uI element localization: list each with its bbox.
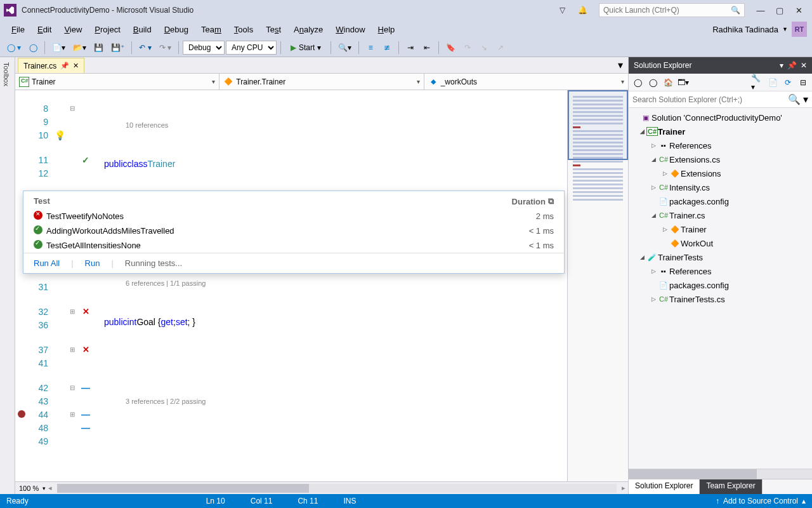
tree-project-tests[interactable]: ◢🧪TrainerTests bbox=[629, 250, 812, 264]
maximize-button[interactable]: ▢ bbox=[770, 3, 789, 18]
fold-icon[interactable]: ⊞ bbox=[66, 308, 79, 315]
chevron-up-icon[interactable]: ▴ bbox=[802, 497, 806, 505]
fold-icon[interactable]: ⊟ bbox=[66, 105, 79, 112]
tree-solution-root[interactable]: ▣Solution 'ConnectProductivityDemo' bbox=[629, 110, 812, 124]
save-button[interactable]: 💾 bbox=[91, 40, 107, 55]
menu-project[interactable]: Project bbox=[88, 22, 126, 37]
bookmark-button[interactable]: 🔖 bbox=[443, 40, 459, 55]
tree-trainer-cs[interactable]: ◢C#Trainer.cs bbox=[629, 208, 812, 222]
breakpoint-icon[interactable] bbox=[18, 410, 25, 418]
search-icon[interactable]: 🔍 bbox=[731, 6, 740, 15]
menu-tools[interactable]: Tools bbox=[228, 22, 259, 37]
tree-packages-config[interactable]: 📄packages.config bbox=[629, 278, 812, 292]
tree-extensions-cs[interactable]: ◢C#Extensions.cs bbox=[629, 152, 812, 166]
codelens[interactable]: 3 references | 2/2 passing bbox=[104, 396, 567, 407]
undo-button[interactable]: ↶ ▾ bbox=[136, 40, 154, 55]
save-all-button[interactable]: 💾⁺ bbox=[108, 40, 128, 55]
outdent-button[interactable]: ⇤ bbox=[419, 40, 435, 55]
refresh-icon[interactable]: ⟳ bbox=[782, 76, 794, 89]
menu-analyze[interactable]: Analyze bbox=[287, 22, 329, 37]
sync-icon[interactable]: 🗔▾ bbox=[677, 76, 690, 89]
menu-team[interactable]: Team bbox=[195, 22, 228, 37]
panel-pin-icon[interactable]: 📌 bbox=[787, 61, 797, 70]
test-row[interactable]: TestGetAllIntensitiesNone< 1 ms bbox=[23, 238, 564, 253]
menu-window[interactable]: Window bbox=[329, 22, 371, 37]
menu-build[interactable]: Build bbox=[127, 22, 158, 37]
tree-references[interactable]: ▷▪▪References bbox=[629, 138, 812, 152]
search-icon[interactable]: 🔍 ▾ bbox=[788, 93, 808, 105]
run-link[interactable]: Run bbox=[85, 258, 100, 268]
step-out-button[interactable]: ↗ bbox=[493, 40, 508, 55]
indent-button[interactable]: ⇥ bbox=[403, 40, 418, 55]
panel-scrollbar[interactable] bbox=[629, 469, 812, 479]
config-select[interactable]: Debug bbox=[183, 41, 225, 55]
menu-help[interactable]: Help bbox=[372, 22, 402, 37]
nav-project-combo[interactable]: C# Trainer▾ bbox=[15, 74, 219, 90]
nav-back-button[interactable]: ◯ ▾ bbox=[4, 40, 24, 55]
new-project-button[interactable]: 📄▾ bbox=[49, 40, 69, 55]
panel-close-icon[interactable]: ✕ bbox=[801, 61, 807, 70]
minimize-button[interactable]: — bbox=[751, 3, 770, 18]
tree-packages-config[interactable]: 📄packages.config bbox=[629, 194, 812, 208]
close-tab-icon[interactable]: ✕ bbox=[73, 62, 79, 70]
find-button[interactable]: 🔍▾ bbox=[335, 40, 355, 55]
filter-icon[interactable]: ▽ bbox=[554, 3, 570, 18]
nav-member-combo[interactable]: ◆ _workOuts▾ bbox=[424, 74, 628, 90]
uncomment-button[interactable]: ≢ bbox=[379, 40, 395, 55]
tree-workout-class[interactable]: 🔶WorkOut bbox=[629, 236, 812, 250]
test-row[interactable]: TestTweetifyNoNotes2 ms bbox=[23, 209, 564, 224]
nav-fwd-button[interactable]: ◯ bbox=[25, 40, 41, 55]
codelens[interactable]: 10 references bbox=[104, 119, 567, 131]
tree-trainertests-cs[interactable]: ▷C#TrainerTests.cs bbox=[629, 292, 812, 306]
code-text[interactable]: 10 references public class Trainer { pri… bbox=[104, 90, 567, 481]
nav-class-combo[interactable]: 🔶 Trainer.Trainer▾ bbox=[219, 74, 424, 90]
tab-solution-explorer[interactable]: Solution Explorer bbox=[629, 479, 700, 494]
popout-icon[interactable]: ⧉ bbox=[548, 196, 554, 206]
close-button[interactable]: ✕ bbox=[789, 3, 808, 18]
solution-tree[interactable]: ▣Solution 'ConnectProductivityDemo' ◢C#T… bbox=[629, 108, 812, 469]
panel-menu-icon[interactable]: ▾ bbox=[780, 61, 783, 70]
tree-intensity-cs[interactable]: ▷C#Intensity.cs bbox=[629, 180, 812, 194]
run-all-link[interactable]: Run All bbox=[34, 258, 60, 268]
start-debug-button[interactable]: ▶Start ▾ bbox=[285, 40, 327, 55]
test-row[interactable]: AddingWorkoutAddsMilesTravelled< 1 ms bbox=[23, 224, 564, 238]
scope-icon[interactable]: 🔧▾ bbox=[751, 76, 764, 89]
tree-trainer-class[interactable]: ▷🔶Trainer bbox=[629, 222, 812, 236]
user-avatar[interactable]: RT bbox=[792, 22, 807, 37]
minimap-viewport[interactable] bbox=[568, 90, 628, 160]
menu-view[interactable]: View bbox=[58, 22, 88, 37]
zoom-level[interactable]: 100 % bbox=[15, 485, 43, 492]
solution-search-input[interactable] bbox=[632, 95, 788, 104]
fold-icon[interactable]: ⊞ bbox=[66, 411, 79, 418]
platform-select[interactable]: Any CPU bbox=[226, 41, 277, 55]
back-icon[interactable]: ◯ bbox=[631, 76, 644, 89]
user-name[interactable]: Radhika Tadinada bbox=[712, 25, 778, 34]
pin-icon[interactable]: 📌 bbox=[60, 62, 69, 70]
step-over-button[interactable]: ↷ bbox=[460, 40, 475, 55]
solution-search[interactable]: 🔍 ▾ bbox=[629, 91, 812, 108]
code-minimap[interactable] bbox=[567, 90, 628, 481]
fold-icon[interactable]: ⊞ bbox=[66, 346, 79, 353]
comment-button[interactable]: ≡ bbox=[363, 40, 378, 55]
home-icon[interactable]: 🏠 bbox=[662, 76, 674, 89]
source-control-button[interactable]: Add to Source Control bbox=[723, 497, 798, 505]
notifications-icon[interactable]: 🔔 bbox=[575, 3, 590, 18]
menu-debug[interactable]: Debug bbox=[158, 22, 195, 37]
fold-icon[interactable]: ⊟ bbox=[66, 384, 79, 391]
tree-references[interactable]: ▷▪▪References bbox=[629, 264, 812, 278]
open-button[interactable]: 📂▾ bbox=[70, 40, 89, 55]
menu-edit[interactable]: Edit bbox=[31, 22, 58, 37]
tab-team-explorer[interactable]: Team Explorer bbox=[700, 479, 762, 494]
redo-button[interactable]: ↷ ▾ bbox=[156, 40, 174, 55]
show-all-icon[interactable]: 📄 bbox=[766, 76, 779, 89]
tab-trainer-cs[interactable]: Trainer.cs 📌 ✕ bbox=[18, 58, 84, 73]
quick-launch-input[interactable] bbox=[603, 6, 731, 15]
collapse-icon[interactable]: ⊟ bbox=[797, 76, 809, 89]
toolbox-rail[interactable]: Toolbox bbox=[0, 57, 15, 494]
fwd-icon[interactable]: ◯ bbox=[646, 76, 659, 89]
horizontal-scrollbar[interactable] bbox=[57, 484, 617, 493]
tabs-dropdown[interactable]: ▾ bbox=[615, 60, 625, 70]
publish-icon[interactable]: ↑ bbox=[716, 497, 719, 505]
codelens[interactable]: 6 references | 1/1 passing bbox=[104, 277, 567, 289]
step-into-button[interactable]: ↘ bbox=[476, 40, 492, 55]
